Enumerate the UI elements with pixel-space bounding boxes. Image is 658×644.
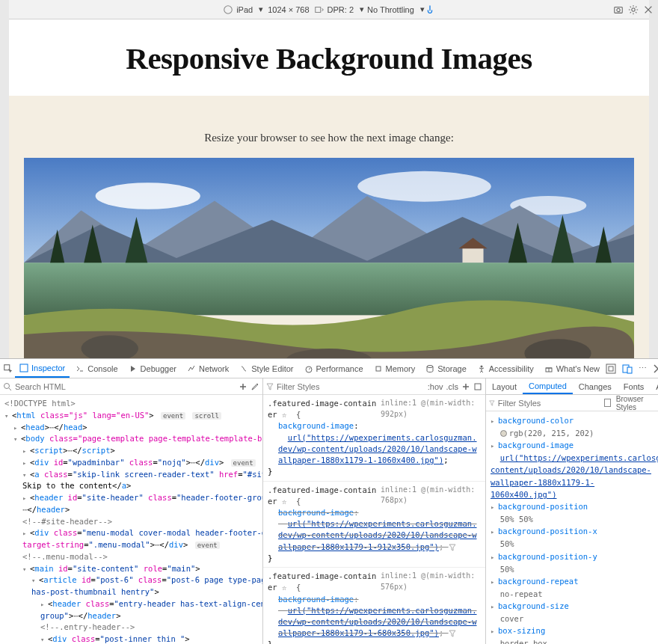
gift-icon <box>544 364 553 373</box>
network-icon <box>187 364 196 373</box>
debugger-icon <box>129 364 138 373</box>
svg-rect-1 <box>615 7 623 13</box>
svg-point-17 <box>427 365 433 367</box>
computed-property[interactable]: background-position 50% 50% <box>491 500 654 525</box>
devtools-tabs: Inspector Console Debugger Network Style… <box>0 359 658 378</box>
browser-styles-label: Browser Styles <box>616 395 655 411</box>
close-devtools-icon[interactable] <box>653 364 658 374</box>
tab-console[interactable]: Console <box>71 359 122 378</box>
content-band: Resize your browser to see how the next … <box>9 96 649 358</box>
tab-changes[interactable]: Changes <box>573 378 618 394</box>
tab-computed[interactable]: Computed <box>523 378 573 394</box>
kebab-icon[interactable]: ⋯ <box>639 364 647 373</box>
filter-icon[interactable] <box>449 630 456 637</box>
touch-icon[interactable] <box>425 4 435 15</box>
tab-ani[interactable]: Anii <box>650 378 658 394</box>
computed-property[interactable]: box-sizing border-box <box>491 625 654 644</box>
hero-image <box>24 158 634 358</box>
devtools-panel: Inspector Console Debugger Network Style… <box>0 358 658 644</box>
hov-toggle[interactable]: :hov <box>428 382 443 391</box>
tab-inspector[interactable]: Inspector <box>15 359 70 378</box>
simulated-page: Responsive Background Images Resize your… <box>9 19 649 358</box>
storage-icon <box>425 364 434 373</box>
tab-network[interactable]: Network <box>182 359 233 378</box>
rotate-icon[interactable] <box>314 4 325 15</box>
computed-property[interactable]: background-position-y 50% <box>491 551 654 575</box>
tab-fonts[interactable]: Fonts <box>618 378 651 394</box>
tab-debugger[interactable]: Debugger <box>124 359 181 378</box>
filter-icon[interactable] <box>449 544 456 551</box>
svg-rect-23 <box>627 367 632 373</box>
globe-icon <box>223 4 233 15</box>
svg-rect-25 <box>475 384 481 390</box>
tab-layout[interactable]: Layout <box>486 378 523 394</box>
rdm-toolbar: iPad▾ 1024 × 768 DPR: 2▾ No Throttling▾ <box>9 0 649 19</box>
svg-point-18 <box>480 365 482 367</box>
filter-icon <box>266 383 274 390</box>
sidebar-tabs: Layout Computed Changes Fonts Anii <box>486 378 658 395</box>
html-pane: <!DOCTYPE html> <html class="js" lang="e… <box>0 378 263 644</box>
browser-styles-checkbox[interactable] <box>604 399 611 407</box>
svg-point-24 <box>4 383 10 388</box>
device-select[interactable]: iPad▾ <box>233 4 263 14</box>
computed-filter-input[interactable] <box>498 399 601 408</box>
svg-point-3 <box>632 7 635 10</box>
html-tree[interactable]: <!DOCTYPE html> <html class="js" lang="e… <box>0 395 262 644</box>
svg-point-5 <box>96 183 200 209</box>
svg-rect-14 <box>20 364 28 372</box>
add-rule-icon[interactable] <box>461 382 470 391</box>
page-title: Responsive Background Images <box>43 40 615 76</box>
responsive-design-view: iPad▾ 1024 × 768 DPR: 2▾ No Throttling▾ … <box>0 0 658 358</box>
tab-style-editor[interactable]: Style Editor <box>235 359 298 378</box>
svg-point-2 <box>617 8 620 11</box>
memory-icon <box>374 364 383 373</box>
style-icon <box>239 364 248 373</box>
css-filter-bar: :hov .cls <box>263 378 485 395</box>
eyedropper-icon[interactable] <box>250 382 259 391</box>
viewport-dims[interactable]: 1024 × 768 <box>263 5 313 14</box>
screenshot-icon[interactable] <box>613 4 624 15</box>
svg-rect-20 <box>606 364 615 373</box>
svg-rect-21 <box>609 367 613 371</box>
computed-property[interactable]: background-image url("https://wpexperime… <box>491 439 654 500</box>
svg-rect-8 <box>463 248 484 263</box>
html-search-bar <box>0 378 262 395</box>
computed-filter-bar: Browser Styles <box>486 395 658 411</box>
perf-icon <box>304 364 313 373</box>
computed-property[interactable]: background-size cover <box>491 600 654 625</box>
svg-rect-16 <box>376 367 381 371</box>
close-rdm-icon[interactable] <box>643 4 654 15</box>
pick-element-icon[interactable] <box>3 364 13 374</box>
filter-icon <box>489 399 495 407</box>
tab-performance[interactable]: Performance <box>300 359 368 378</box>
search-icon <box>3 382 12 391</box>
html-search-input[interactable] <box>15 382 236 391</box>
settings-icon[interactable] <box>628 4 639 15</box>
svg-point-0 <box>224 5 233 13</box>
svg-point-6 <box>357 171 491 202</box>
computed-pane: Layout Computed Changes Fonts Anii Brows… <box>486 378 658 644</box>
computed-property[interactable]: background-repeat no-repeat <box>491 575 654 600</box>
css-filter-input[interactable] <box>277 382 425 391</box>
throttling-select[interactable]: No Throttling▾ <box>364 4 425 14</box>
css-rules-list[interactable]: .featured-image-container ☆ {inline:1 @(… <box>263 395 485 644</box>
responsive-mode-icon[interactable] <box>622 364 633 374</box>
cls-toggle[interactable]: .cls <box>446 382 459 391</box>
page-subtitle: Resize your browser to see how the next … <box>24 132 634 144</box>
computed-property[interactable]: background-position-x 50% <box>491 525 654 550</box>
console-icon <box>76 364 84 373</box>
add-node-icon[interactable] <box>239 382 247 391</box>
tab-accessibility[interactable]: Accessibility <box>473 359 538 378</box>
css-rules-pane: :hov .cls .featured-image-container ☆ {i… <box>263 378 486 644</box>
tab-storage[interactable]: Storage <box>421 359 471 378</box>
dpr-select[interactable]: DPR: 2▾ <box>325 4 364 14</box>
computed-property[interactable]: background-color rgb(220, 215, 202) <box>491 414 654 439</box>
tab-memory[interactable]: Memory <box>369 359 420 378</box>
iframe-picker-icon[interactable] <box>606 364 616 374</box>
light-icon[interactable] <box>473 382 482 391</box>
tab-whatsnew[interactable]: What's New <box>540 359 604 378</box>
inspector-icon <box>19 364 28 372</box>
computed-list[interactable]: background-color rgb(220, 215, 202)backg… <box>486 411 658 644</box>
a11y-icon <box>477 364 486 373</box>
